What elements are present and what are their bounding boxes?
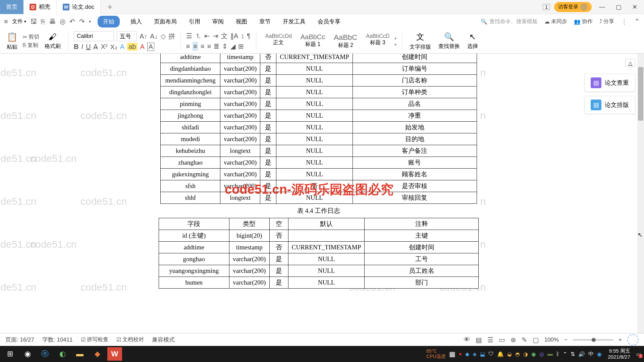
table-cell[interactable]: 是 [260, 133, 276, 145]
table-cell[interactable]: CURRENT_TIMESTAMP [288, 242, 364, 253]
table-cell[interactable]: 是 [260, 192, 276, 204]
table-cell[interactable]: 目的地 [353, 133, 477, 145]
table-cell[interactable]: 部门 [365, 277, 479, 289]
tray-volume-icon[interactable]: 🔊 [578, 351, 585, 357]
tray-icon[interactable]: ◆ [465, 351, 469, 357]
table-cell[interactable]: longtext [220, 192, 260, 204]
table-cell[interactable]: 品名 [353, 98, 477, 110]
view-page-icon[interactable]: ▤ [476, 336, 482, 344]
table-cell[interactable]: varchar(200) [229, 265, 269, 277]
format-brush-button[interactable]: 🖌 格式刷 [43, 32, 63, 50]
table-cell[interactable]: 否 [260, 54, 276, 63]
table-cell[interactable]: shifadi [161, 122, 220, 133]
tray-icon[interactable]: ◓ [515, 351, 520, 357]
menu-tab-start[interactable]: 开始 [98, 16, 120, 27]
style-body[interactable]: AaBbCcDd正文 [262, 32, 296, 50]
tab-document[interactable]: W 论文.doc [57, 0, 101, 14]
select-button[interactable]: ↖选择 [465, 32, 480, 50]
table-cell[interactable]: 创建时间 [365, 242, 479, 253]
print-icon[interactable]: 🖶 [49, 18, 56, 25]
table-cell[interactable]: 客户备注 [353, 145, 477, 157]
more-icon[interactable]: ⋮ [621, 17, 628, 25]
table-cell[interactable]: 否 [269, 242, 288, 253]
table-cell[interactable]: 是 [260, 169, 276, 180]
undo-icon[interactable]: ↶ [69, 17, 75, 25]
sort-icon[interactable]: ↕ [241, 32, 244, 40]
tray-icon[interactable]: ● [459, 351, 462, 357]
vertical-scrollbar[interactable] [637, 54, 644, 346]
scrollbar-thumb[interactable] [638, 67, 643, 121]
table-cell[interactable]: mudedi [161, 133, 220, 145]
table-cell[interactable]: NULL [288, 277, 364, 289]
table-cell[interactable]: 工号 [365, 253, 479, 265]
style-next-icon[interactable]: ▾ [394, 42, 396, 47]
zoom-slider[interactable] [573, 339, 613, 341]
menu-tab-review[interactable]: 审阅 [211, 16, 225, 27]
eye-icon[interactable]: 👁 [464, 336, 470, 344]
decrease-indent-icon[interactable]: ⇤ [204, 32, 210, 40]
table-cell[interactable]: varchar(200) [220, 122, 260, 133]
tray-chevron-icon[interactable]: ⌃ [563, 351, 567, 357]
tray-shield-icon[interactable]: 🛡 [488, 351, 494, 357]
zoom-in-button[interactable]: + [619, 337, 622, 343]
table-cell[interactable]: 顾客姓名 [353, 169, 477, 180]
text-direction-icon[interactable]: 文 [221, 32, 228, 41]
shading-icon[interactable]: ◢ [230, 42, 235, 50]
table-cell[interactable]: varchar(200) [220, 157, 260, 169]
collapse-ribbon-icon[interactable]: ⌃ [634, 17, 640, 25]
table-cell[interactable]: addtime [161, 54, 220, 63]
table-cell[interactable]: bigint(20) [229, 230, 269, 242]
align-justify-icon[interactable]: ≡ [207, 43, 211, 50]
word-count[interactable]: 字数: 10411 [42, 336, 73, 344]
table-cell[interactable]: NULL [276, 63, 353, 75]
guest-login-button[interactable]: 访客登录 [554, 2, 592, 12]
table-cell[interactable]: NULL [276, 86, 353, 98]
fit-icon[interactable]: ▢ [533, 336, 539, 344]
line-spacing-icon[interactable]: ⇕ [222, 42, 228, 50]
table-cell[interactable]: NULL [276, 157, 353, 169]
table-cell[interactable]: pinming [161, 98, 220, 110]
style-h1[interactable]: AaBbCc标题 1 [297, 32, 329, 50]
table-cell[interactable]: NULL [276, 98, 353, 110]
share-button[interactable]: ⤴ 分享 [599, 18, 614, 25]
collab-button[interactable]: 👥 协作 [574, 18, 593, 25]
table-cell[interactable]: varchar(200) [229, 277, 269, 289]
font-name-input[interactable] [74, 31, 114, 41]
spell-check-button[interactable]: ☑ 拼写检查 [81, 336, 108, 343]
ie-icon[interactable]: ⓔ [38, 347, 52, 361]
style-h2[interactable]: AaBbC标题 2 [330, 32, 361, 50]
tray-icon[interactable]: ◈ [473, 351, 477, 357]
zoom-out-button[interactable]: − [564, 337, 568, 343]
table-cell[interactable]: 是 [260, 145, 276, 157]
table-cell[interactable]: gonghao [159, 253, 229, 265]
table-cell[interactable]: 注释 [365, 218, 479, 230]
tray-app-icon[interactable]: ▦ [449, 350, 455, 358]
table-cell[interactable]: dingdanzhonglei [161, 86, 220, 98]
table-cell[interactable]: 否 [276, 180, 353, 192]
table-cell[interactable]: 员工姓名 [365, 265, 479, 277]
subscript-icon[interactable]: X₂ [110, 43, 117, 51]
table-cell[interactable]: 是 [260, 180, 276, 192]
table-cell[interactable]: varchar(200) [229, 253, 269, 265]
tab-home[interactable]: 首页 [0, 0, 23, 14]
table-cell[interactable]: 否 [269, 230, 288, 242]
tray-icon[interactable]: ◎ [539, 351, 544, 357]
copilot-icon[interactable]: ◉ [20, 347, 35, 361]
char-border-icon[interactable]: A [147, 43, 154, 51]
explorer-icon[interactable]: ▬ [72, 347, 87, 361]
wps-icon[interactable]: W [107, 347, 122, 361]
table-cell[interactable]: NULL [276, 145, 353, 157]
table-cell[interactable]: NULL [276, 133, 353, 145]
table-cell[interactable]: 是 [269, 265, 288, 277]
tray-icon[interactable]: ⬓ [480, 351, 485, 357]
add-tab-button[interactable]: + [101, 2, 119, 12]
table-cell[interactable]: varchar(200) [220, 133, 260, 145]
table-cell[interactable]: dingdanbianhao [161, 63, 220, 75]
file-menu[interactable]: 文件 ▾ [12, 18, 26, 25]
menu-tab-insert[interactable]: 插入 [129, 16, 143, 27]
command-search[interactable]: 🔍 查找命令、搜索模板 [481, 18, 538, 25]
table-cell[interactable]: NULL [276, 110, 353, 122]
table-cell[interactable]: 是否审核 [353, 180, 477, 192]
align-distribute2-icon[interactable]: ≣ [214, 42, 219, 50]
table-cell[interactable]: 是 [260, 86, 276, 98]
